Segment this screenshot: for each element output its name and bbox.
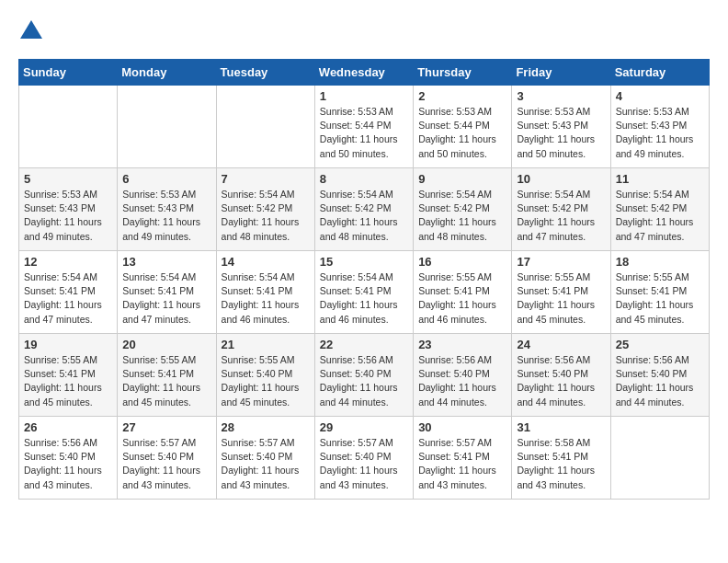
col-header-sunday: Sunday <box>19 60 118 86</box>
day-number: 22 <box>320 338 408 351</box>
calendar-cell: 1Sunrise: 5:53 AM Sunset: 5:44 PM Daylig… <box>314 86 413 168</box>
calendar-cell: 4Sunrise: 5:53 AM Sunset: 5:43 PM Daylig… <box>610 86 709 168</box>
day-info: Sunrise: 5:54 AM Sunset: 5:41 PM Dayligh… <box>222 270 310 327</box>
day-info: Sunrise: 5:58 AM Sunset: 5:41 PM Dayligh… <box>517 436 605 492</box>
day-number: 21 <box>222 338 310 351</box>
day-info: Sunrise: 5:54 AM Sunset: 5:42 PM Dayligh… <box>418 188 506 244</box>
day-number: 31 <box>517 420 605 434</box>
calendar-cell: 5Sunrise: 5:53 AM Sunset: 5:43 PM Daylig… <box>19 168 118 251</box>
calendar-cell: 8Sunrise: 5:54 AM Sunset: 5:42 PM Daylig… <box>314 168 413 251</box>
calendar-cell: 20Sunrise: 5:55 AM Sunset: 5:41 PM Dayli… <box>118 334 216 417</box>
col-header-tuesday: Tuesday <box>216 60 314 86</box>
calendar-table: SundayMondayTuesdayWednesdayThursdayFrid… <box>18 59 710 500</box>
day-number: 1 <box>320 89 408 103</box>
day-info: Sunrise: 5:54 AM Sunset: 5:42 PM Dayligh… <box>222 188 310 244</box>
calendar-cell: 6Sunrise: 5:53 AM Sunset: 5:43 PM Daylig… <box>118 168 216 251</box>
calendar-cell: 2Sunrise: 5:53 AM Sunset: 5:44 PM Daylig… <box>414 86 512 168</box>
calendar-cell: 29Sunrise: 5:57 AM Sunset: 5:40 PM Dayli… <box>314 417 413 500</box>
day-number: 10 <box>517 172 605 186</box>
calendar-cell: 15Sunrise: 5:54 AM Sunset: 5:41 PM Dayli… <box>314 251 413 334</box>
calendar-cell: 17Sunrise: 5:55 AM Sunset: 5:41 PM Dayli… <box>512 251 610 334</box>
day-info: Sunrise: 5:55 AM Sunset: 5:40 PM Dayligh… <box>222 353 310 409</box>
day-info: Sunrise: 5:56 AM Sunset: 5:40 PM Dayligh… <box>616 353 704 409</box>
calendar-cell: 9Sunrise: 5:54 AM Sunset: 5:42 PM Daylig… <box>414 168 512 251</box>
day-number: 26 <box>24 420 112 434</box>
calendar-cell: 3Sunrise: 5:53 AM Sunset: 5:43 PM Daylig… <box>512 86 610 168</box>
col-header-thursday: Thursday <box>414 60 512 86</box>
calendar-cell: 7Sunrise: 5:54 AM Sunset: 5:42 PM Daylig… <box>216 168 314 251</box>
day-number: 23 <box>418 338 506 351</box>
col-header-saturday: Saturday <box>610 60 709 86</box>
day-number: 9 <box>418 172 506 186</box>
day-info: Sunrise: 5:53 AM Sunset: 5:43 PM Dayligh… <box>616 105 704 161</box>
day-info: Sunrise: 5:54 AM Sunset: 5:41 PM Dayligh… <box>24 270 112 327</box>
day-number: 2 <box>418 89 506 103</box>
day-info: Sunrise: 5:54 AM Sunset: 5:42 PM Dayligh… <box>517 188 605 244</box>
day-info: Sunrise: 5:55 AM Sunset: 5:41 PM Dayligh… <box>122 353 210 409</box>
day-info: Sunrise: 5:56 AM Sunset: 5:40 PM Dayligh… <box>517 353 605 409</box>
calendar-cell: 18Sunrise: 5:55 AM Sunset: 5:41 PM Dayli… <box>610 251 709 334</box>
day-number: 6 <box>122 172 210 186</box>
day-info: Sunrise: 5:55 AM Sunset: 5:41 PM Dayligh… <box>517 270 605 327</box>
calendar-cell: 26Sunrise: 5:56 AM Sunset: 5:40 PM Dayli… <box>19 417 118 500</box>
calendar-cell: 21Sunrise: 5:55 AM Sunset: 5:40 PM Dayli… <box>216 334 314 417</box>
day-number: 25 <box>616 338 704 351</box>
day-info: Sunrise: 5:53 AM Sunset: 5:43 PM Dayligh… <box>517 105 605 161</box>
day-number: 30 <box>418 420 506 434</box>
page-header <box>18 18 710 44</box>
day-number: 7 <box>222 172 310 186</box>
day-info: Sunrise: 5:55 AM Sunset: 5:41 PM Dayligh… <box>24 353 112 409</box>
day-info: Sunrise: 5:56 AM Sunset: 5:40 PM Dayligh… <box>418 353 506 409</box>
day-info: Sunrise: 5:57 AM Sunset: 5:41 PM Dayligh… <box>418 436 506 492</box>
calendar-cell <box>118 86 216 168</box>
day-info: Sunrise: 5:53 AM Sunset: 5:43 PM Dayligh… <box>122 188 210 244</box>
day-number: 5 <box>24 172 112 186</box>
day-number: 16 <box>418 255 506 269</box>
day-info: Sunrise: 5:54 AM Sunset: 5:42 PM Dayligh… <box>320 188 408 244</box>
day-info: Sunrise: 5:57 AM Sunset: 5:40 PM Dayligh… <box>222 436 310 492</box>
calendar-week-1: 1Sunrise: 5:53 AM Sunset: 5:44 PM Daylig… <box>19 86 710 168</box>
day-number: 13 <box>122 255 210 269</box>
day-number: 19 <box>24 338 112 351</box>
calendar-cell: 28Sunrise: 5:57 AM Sunset: 5:40 PM Dayli… <box>216 417 314 500</box>
calendar-cell: 10Sunrise: 5:54 AM Sunset: 5:42 PM Dayli… <box>512 168 610 251</box>
day-number: 20 <box>122 338 210 351</box>
day-number: 18 <box>616 255 704 269</box>
day-info: Sunrise: 5:57 AM Sunset: 5:40 PM Dayligh… <box>122 436 210 492</box>
calendar-cell <box>19 86 118 168</box>
calendar-cell: 19Sunrise: 5:55 AM Sunset: 5:41 PM Dayli… <box>19 334 118 417</box>
day-number: 28 <box>222 420 310 434</box>
day-info: Sunrise: 5:54 AM Sunset: 5:41 PM Dayligh… <box>320 270 408 327</box>
calendar-week-4: 19Sunrise: 5:55 AM Sunset: 5:41 PM Dayli… <box>19 334 710 417</box>
calendar-cell: 25Sunrise: 5:56 AM Sunset: 5:40 PM Dayli… <box>610 334 709 417</box>
day-info: Sunrise: 5:53 AM Sunset: 5:44 PM Dayligh… <box>418 105 506 161</box>
calendar-cell: 24Sunrise: 5:56 AM Sunset: 5:40 PM Dayli… <box>512 334 610 417</box>
calendar-cell: 22Sunrise: 5:56 AM Sunset: 5:40 PM Dayli… <box>314 334 413 417</box>
day-number: 4 <box>616 89 704 103</box>
calendar-cell: 23Sunrise: 5:56 AM Sunset: 5:40 PM Dayli… <box>414 334 512 417</box>
logo <box>18 18 48 44</box>
calendar-cell: 14Sunrise: 5:54 AM Sunset: 5:41 PM Dayli… <box>216 251 314 334</box>
calendar-cell: 16Sunrise: 5:55 AM Sunset: 5:41 PM Dayli… <box>414 251 512 334</box>
day-number: 3 <box>517 89 605 103</box>
svg-marker-0 <box>20 20 42 39</box>
day-info: Sunrise: 5:54 AM Sunset: 5:41 PM Dayligh… <box>122 270 210 327</box>
day-info: Sunrise: 5:55 AM Sunset: 5:41 PM Dayligh… <box>616 270 704 327</box>
calendar-cell: 31Sunrise: 5:58 AM Sunset: 5:41 PM Dayli… <box>512 417 610 500</box>
col-header-wednesday: Wednesday <box>314 60 413 86</box>
day-number: 15 <box>320 255 408 269</box>
calendar-cell: 11Sunrise: 5:54 AM Sunset: 5:42 PM Dayli… <box>610 168 709 251</box>
day-number: 11 <box>616 172 704 186</box>
calendar-cell <box>216 86 314 168</box>
day-number: 29 <box>320 420 408 434</box>
calendar-week-3: 12Sunrise: 5:54 AM Sunset: 5:41 PM Dayli… <box>19 251 710 334</box>
day-info: Sunrise: 5:53 AM Sunset: 5:44 PM Dayligh… <box>320 105 408 161</box>
calendar-cell <box>610 417 709 500</box>
day-info: Sunrise: 5:56 AM Sunset: 5:40 PM Dayligh… <box>320 353 408 409</box>
day-info: Sunrise: 5:57 AM Sunset: 5:40 PM Dayligh… <box>320 436 408 492</box>
logo-icon <box>18 18 44 44</box>
day-info: Sunrise: 5:53 AM Sunset: 5:43 PM Dayligh… <box>24 188 112 244</box>
day-info: Sunrise: 5:55 AM Sunset: 5:41 PM Dayligh… <box>418 270 506 327</box>
calendar-week-5: 26Sunrise: 5:56 AM Sunset: 5:40 PM Dayli… <box>19 417 710 500</box>
day-number: 17 <box>517 255 605 269</box>
